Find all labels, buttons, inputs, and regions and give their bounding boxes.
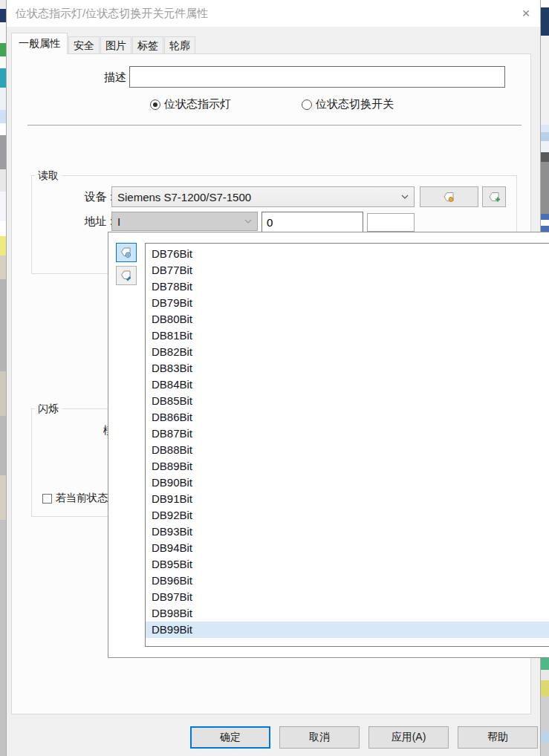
address-tag-list-item[interactable]: DB99Bit — [146, 622, 549, 638]
description-label: 描述 : — [76, 66, 132, 88]
address-tag-list-item[interactable]: DB77Bit — [146, 262, 549, 278]
address-tag-list-item[interactable]: DB86Bit — [146, 409, 549, 426]
add-tag-button[interactable] — [482, 186, 506, 207]
footer-button[interactable]: 应用(A) — [368, 726, 449, 749]
address-tag-list-item[interactable]: DB89Bit — [146, 458, 549, 475]
address-tag-list-item[interactable]: DB82Bit — [146, 344, 549, 360]
dialog-titlebar: 位状态指示灯/位状态切换开关元件属性 × — [7, 0, 540, 27]
address-type-combobox[interactable]: I — [111, 212, 258, 231]
description-input[interactable] — [129, 66, 505, 88]
radio-icon — [302, 100, 312, 110]
checkbox-icon[interactable] — [42, 494, 52, 504]
footer-button[interactable]: 帮助 — [458, 726, 538, 749]
edit-tag-button[interactable] — [116, 266, 137, 285]
footer-button[interactable]: 取消 — [279, 726, 360, 749]
tag-with-orange-dot-icon — [443, 191, 455, 203]
address-tag-list-item[interactable]: DB79Bit — [146, 295, 549, 311]
radio-icon — [150, 100, 160, 110]
address-tag-list-item[interactable]: DB78Bit — [146, 278, 549, 295]
radio-option[interactable]: 位状态切换开关 — [302, 97, 394, 111]
tab[interactable]: 标签 — [132, 36, 163, 54]
address-tag-list-item[interactable]: DB93Bit — [146, 524, 549, 540]
address-tag-list-item[interactable]: DB80Bit — [146, 311, 549, 328]
close-icon[interactable]: × — [516, 4, 536, 22]
address-tag-list-item[interactable]: DB81Bit — [146, 328, 549, 344]
address-tag-list-item[interactable]: DB98Bit — [146, 605, 549, 622]
checkbox-label: 若当前状态闪 — [56, 492, 115, 505]
tab[interactable]: 轮廓 — [164, 36, 195, 54]
device-combobox-value: Siemens S7-1200/S7-1500 — [117, 191, 251, 203]
dialog-title: 位状态指示灯/位状态切换开关元件属性 — [16, 0, 208, 27]
radio-option[interactable]: 位状态指示灯 — [150, 97, 231, 111]
dialog-footer: 确定 取消 应用(A) 帮助 — [190, 726, 538, 749]
address-tag-list-item[interactable]: DB91Bit — [146, 491, 549, 507]
address-tag-dropdown-panel: DB76Bit DB77Bit DB78Bit DB79Bit DB80Bit … — [108, 232, 549, 658]
address-extra-field[interactable] — [367, 213, 415, 232]
chevron-down-icon — [401, 195, 409, 199]
address-tag-list-item[interactable]: DB90Bit — [146, 475, 549, 491]
tab-bar: 一般属性 安全 图片 标签 轮廓 — [11, 33, 196, 54]
address-tag-list-item[interactable]: DB83Bit — [146, 360, 549, 377]
device-label: 设备 : — [46, 186, 113, 207]
global-tag-library-button[interactable] — [116, 243, 137, 262]
footer-button[interactable]: 确定 — [190, 726, 270, 749]
address-tag-list-item[interactable]: DB92Bit — [146, 507, 549, 524]
address-tag-list-item[interactable]: DB84Bit — [146, 377, 549, 393]
blink-group-title: 闪烁 — [35, 403, 62, 416]
tab[interactable]: 一般属性 — [11, 33, 68, 54]
section-divider — [27, 125, 522, 126]
address-number-input[interactable] — [261, 212, 363, 232]
device-combobox[interactable]: Siemens S7-1200/S7-1500 — [111, 186, 415, 207]
tag-with-plus-icon — [488, 191, 501, 203]
blink-state-checkbox-row[interactable]: 若当前状态闪 — [42, 492, 115, 505]
address-type-value: I — [117, 215, 120, 228]
address-tag-list[interactable]: DB76Bit DB77Bit DB78Bit DB79Bit DB80Bit … — [145, 243, 549, 647]
tag-with-globe-icon — [120, 247, 132, 258]
chevron-down-icon — [244, 219, 252, 224]
address-label: 地址 : — [46, 212, 113, 231]
screen: 位状态指示灯/位状态切换开关元件属性 × 一般属性 安全 图片 标签 轮廓 描述… — [0, 0, 549, 756]
address-tag-list-item[interactable]: DB96Bit — [146, 573, 549, 589]
address-tag-list-item[interactable]: DB76Bit — [146, 246, 549, 262]
read-group-title: 读取 — [35, 169, 62, 183]
address-tag-list-item[interactable]: DB97Bit — [146, 589, 549, 605]
element-type-radio-group: 位状态指示灯 位状态切换开关 — [150, 97, 394, 111]
address-tag-list-item[interactable]: DB88Bit — [146, 442, 549, 458]
device-tag-button[interactable] — [420, 186, 478, 207]
address-tag-list-item[interactable]: DB94Bit — [146, 540, 549, 556]
tab[interactable]: 图片 — [100, 36, 131, 54]
address-tag-list-item[interactable]: DB87Bit — [146, 426, 549, 442]
background-app-left-strip — [0, 0, 6, 756]
tab[interactable]: 安全 — [68, 36, 100, 54]
address-tag-list-item[interactable]: DB95Bit — [146, 556, 549, 573]
tag-with-pencil-icon — [120, 270, 132, 281]
address-tag-list-item[interactable]: DB85Bit — [146, 393, 549, 409]
